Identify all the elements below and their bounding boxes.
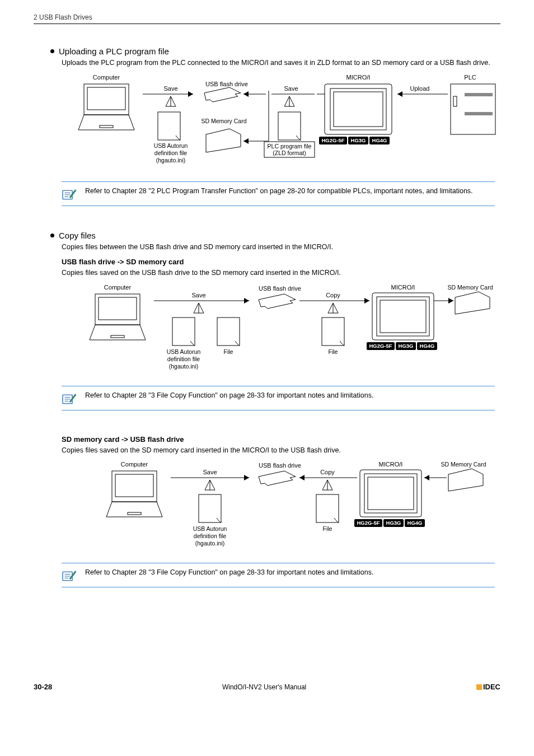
- copy-sub2-title: SD memory card -> USB flash drive: [62, 435, 500, 444]
- note-icon: [62, 392, 77, 405]
- svg-text:USB flash drive: USB flash drive: [259, 285, 301, 292]
- copy-sub1-title: USB flash drive -> SD memory card: [62, 258, 500, 266]
- svg-rect-49: [465, 93, 493, 96]
- svg-marker-69: [364, 298, 369, 304]
- svg-marker-6: [188, 91, 193, 97]
- svg-text:HG2G-5F: HG2G-5F: [321, 137, 344, 143]
- svg-rect-47: [451, 84, 495, 134]
- svg-rect-57: [99, 297, 137, 320]
- svg-text:SD Memory Card: SD Memory Card: [441, 461, 486, 468]
- svg-text:definition file: definition file: [167, 356, 200, 362]
- svg-marker-45: [397, 91, 402, 97]
- svg-text:USB Autorun: USB Autorun: [154, 142, 188, 149]
- svg-rect-101: [115, 474, 153, 497]
- svg-rect-24: [158, 112, 180, 140]
- svg-rect-48: [453, 96, 457, 106]
- svg-marker-9: [243, 91, 249, 97]
- svg-marker-79: [448, 298, 453, 304]
- svg-rect-50: [465, 112, 493, 115]
- svg-text:MICRO/I: MICRO/I: [391, 284, 415, 291]
- note-text-copy2: Refer to Chapter 28 "3 File Copy Functio…: [85, 568, 495, 578]
- svg-text:Save: Save: [284, 85, 298, 92]
- note-text-upload: Refer to Chapter 28 "2 PLC Program Trans…: [85, 186, 495, 197]
- svg-rect-28: [278, 112, 301, 140]
- note-icon: [62, 188, 77, 201]
- svg-rect-87: [322, 318, 344, 346]
- svg-text:MICRO/I: MICRO/I: [346, 74, 371, 81]
- svg-line-109: [210, 480, 215, 490]
- svg-text:Save: Save: [163, 85, 177, 92]
- svg-text:HG2G-5F: HG2G-5F: [369, 343, 392, 349]
- footer-logo-text: IDEC: [483, 683, 500, 691]
- logo-square-icon: [476, 684, 482, 690]
- svg-text:SD Memory Card: SD Memory Card: [447, 284, 493, 291]
- svg-marker-113: [299, 475, 305, 480]
- svg-text:(hgauto.ini): (hgauto.ini): [195, 540, 225, 547]
- bullet-icon: [50, 49, 54, 53]
- footer-manual-title: WindO/I-NV2 User's Manual: [222, 683, 306, 691]
- svg-rect-34: [330, 88, 386, 130]
- svg-text:USB flash drive: USB flash drive: [205, 81, 248, 87]
- svg-text:USB Autorun: USB Autorun: [193, 525, 227, 532]
- section-desc-copy: Copies files between the USB flash drive…: [62, 242, 495, 253]
- svg-line-73: [333, 303, 338, 313]
- svg-text:Computer: Computer: [104, 284, 132, 291]
- svg-text:SD Memory Card: SD Memory Card: [201, 118, 246, 124]
- svg-rect-121: [368, 477, 414, 510]
- svg-text:HG2G-5F: HG2G-5F: [357, 520, 380, 526]
- svg-rect-35: [334, 92, 383, 127]
- svg-rect-58: [111, 335, 124, 338]
- note-upload: Refer to Chapter 28 "2 PLC Program Trans…: [62, 181, 495, 206]
- svg-line-72: [328, 303, 333, 313]
- svg-text:PLC program file: PLC program file: [268, 143, 312, 150]
- svg-rect-85: [217, 318, 240, 346]
- svg-line-116: [322, 480, 327, 490]
- svg-text:(ZLD format): (ZLD format): [273, 150, 306, 156]
- section-title-upload: Uploading a PLC program file: [59, 46, 169, 56]
- svg-text:PLC: PLC: [464, 74, 476, 81]
- svg-line-23: [171, 96, 176, 106]
- section-desc-upload: Uploads the PLC program from the PLC con…: [62, 58, 495, 68]
- svg-line-18: [284, 96, 289, 106]
- svg-text:HG4G: HG4G: [407, 520, 423, 526]
- page-footer: 30-28 WindO/I-NV2 User's Manual IDEC: [0, 683, 534, 691]
- copy-sub2-desc: Copies files saved on the SD memory card…: [62, 446, 495, 456]
- svg-rect-120: [364, 474, 417, 513]
- svg-rect-125: [199, 494, 221, 522]
- svg-text:File: File: [224, 348, 233, 355]
- svg-text:HG3G: HG3G: [351, 137, 366, 143]
- svg-text:Computer: Computer: [93, 74, 120, 81]
- svg-text:File: File: [329, 348, 338, 355]
- diagram-upload: Computer Save USB flash drive SD Memory …: [62, 74, 495, 175]
- footer-logo: IDEC: [476, 683, 500, 691]
- svg-rect-77: [380, 300, 426, 333]
- svg-text:Copy: Copy: [326, 292, 340, 298]
- svg-marker-105: [244, 475, 249, 480]
- svg-text:definition file: definition file: [154, 150, 188, 156]
- svg-rect-76: [377, 297, 429, 336]
- svg-text:MICRO/I: MICRO/I: [379, 461, 403, 468]
- svg-rect-100: [112, 471, 157, 502]
- svg-marker-12: [243, 138, 249, 144]
- svg-rect-102: [128, 512, 141, 515]
- note-copy1: Refer to Chapter 28 "3 File Copy Functio…: [62, 386, 495, 410]
- svg-line-65: [199, 303, 204, 313]
- svg-text:File: File: [323, 525, 332, 532]
- svg-rect-56: [95, 294, 140, 325]
- svg-rect-2: [87, 87, 125, 110]
- svg-text:USB flash drive: USB flash drive: [259, 462, 301, 469]
- svg-rect-3: [100, 125, 113, 128]
- svg-text:HG4G: HG4G: [420, 343, 435, 349]
- bullet-icon: [50, 234, 54, 237]
- diagram-copy2: Computer Save USB flash drive Copy: [62, 461, 495, 556]
- svg-text:(hgauto.ini): (hgauto.ini): [156, 157, 186, 164]
- copy-sub1-desc: Copies files saved on the USB flash driv…: [62, 268, 495, 278]
- svg-rect-81: [172, 318, 195, 346]
- svg-text:USB Autorun: USB Autorun: [167, 348, 201, 355]
- svg-line-108: [205, 480, 210, 490]
- svg-marker-123: [424, 475, 429, 480]
- svg-text:Copy: Copy: [320, 469, 335, 475]
- svg-line-117: [327, 480, 332, 490]
- svg-text:Computer: Computer: [121, 461, 148, 468]
- svg-rect-1: [84, 84, 129, 115]
